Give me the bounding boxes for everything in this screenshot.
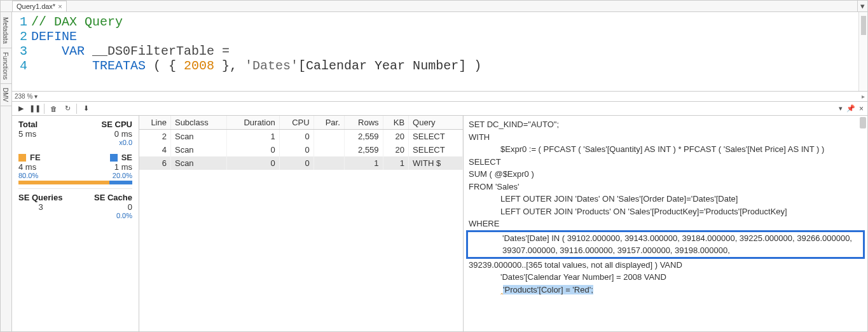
fe-value: 4 ms	[18, 162, 36, 172]
total-label: Total	[18, 120, 63, 129]
secpu-sub: x0.0	[88, 139, 132, 146]
sec-label: SE Cache	[88, 193, 132, 202]
table-row[interactable]: 2 Scan 1 0 2,559 20 SELECT	[139, 130, 463, 144]
secpu-value: 0 ms	[88, 129, 132, 139]
col-cpu[interactable]: CPU	[279, 116, 313, 130]
col-kb[interactable]: KB	[383, 116, 408, 130]
code-editor[interactable]: 1 2 3 4 // DAX Query DEFINE VAR __DS0Fil…	[12, 12, 867, 92]
sec-value: 0	[88, 202, 132, 212]
fe-se-bar	[18, 181, 132, 184]
total-value: 5 ms	[18, 129, 63, 139]
scroll-thumb[interactable]	[860, 117, 866, 128]
detail-line: SELECT	[469, 156, 862, 169]
pause-button[interactable]: ❚❚	[30, 104, 40, 114]
detail-line: 39239.000000..[365 total values, not all…	[469, 259, 862, 272]
detail-line: SET DC_KIND="AUTO";	[469, 118, 862, 131]
se-value: 1 ms	[114, 162, 132, 172]
tab-label: Query1.dax*	[17, 3, 55, 10]
tab-bar: Query1.dax* × ▾	[1, 1, 867, 12]
seq-label: SE Queries	[18, 193, 63, 202]
pin-icon[interactable]: 📌	[846, 104, 855, 113]
detail-line: 'Dates'[Calendar Year Number] = 2008 VAN…	[469, 271, 862, 284]
refresh-button[interactable]: ↻	[62, 104, 72, 114]
zoom-bar: 238 % ▾ ▸	[12, 92, 867, 102]
play-button[interactable]: ▶	[16, 104, 26, 114]
secpu-label: SE CPU	[88, 120, 132, 129]
col-line[interactable]: Line	[139, 116, 170, 130]
code-area[interactable]: // DAX Query DEFINE VAR __DS0FilterTable…	[31, 12, 858, 91]
table-header: Line Subclass Duration CPU Par. Rows KB …	[139, 116, 463, 130]
scan-table: Line Subclass Duration CPU Par. Rows KB …	[139, 116, 464, 331]
side-tabs: Metadata Functions DMV	[1, 12, 12, 331]
close-icon[interactable]: ×	[58, 3, 62, 10]
detail-line: FROM 'Sales'	[469, 181, 862, 193]
sidetab-functions[interactable]: Functions	[1, 48, 11, 84]
se-pct: 20.0%	[113, 172, 132, 179]
detail-line: LEFT OUTER JOIN 'Dates' ON 'Sales'[Order…	[469, 193, 862, 205]
download-button[interactable]: ⬇	[81, 104, 91, 114]
se-label: SE	[121, 153, 132, 162]
seq-value: 3	[18, 202, 63, 212]
fe-pct: 80.0%	[18, 172, 38, 179]
query-detail[interactable]: SET DC_KIND="AUTO"; WITH $Expr0 := ( PFC…	[464, 116, 867, 331]
detail-line: $Expr0 := ( PFCAST ( 'Sales'[Quantity] A…	[469, 143, 862, 156]
trash-button[interactable]: 🗑	[48, 104, 59, 114]
col-duration[interactable]: Duration	[226, 116, 279, 130]
detail-line: WITH	[469, 131, 862, 144]
highlighted-clause: 'Dates'[Date] IN ( 39102.000000, 39143.0…	[466, 230, 865, 259]
close-panel-icon[interactable]: ×	[859, 104, 864, 113]
chevron-down-icon[interactable]: ▾	[857, 1, 867, 11]
minimap[interactable]	[858, 12, 867, 91]
sec-sub: 0.0%	[88, 212, 132, 219]
detail-line: 'Dates'[Date] IN ( 39102.000000, 39143.0…	[471, 232, 860, 257]
tab-query1[interactable]: Query1.dax* ×	[12, 1, 67, 11]
detail-line: ‸'Products'[Color] = 'Red';	[469, 284, 862, 296]
table-row[interactable]: 4 Scan 0 0 2,559 20 SELECT	[139, 143, 463, 156]
fe-label: FE	[30, 153, 41, 162]
se-swatch	[110, 154, 118, 162]
detail-line: LEFT OUTER JOIN 'Products' ON 'Sales'[Pr…	[469, 205, 862, 218]
col-rows[interactable]: Rows	[344, 116, 383, 130]
sidetab-metadata[interactable]: Metadata	[1, 13, 11, 48]
zoom-chevron-icon[interactable]: ▾	[32, 93, 38, 100]
col-query[interactable]: Query	[409, 116, 463, 130]
col-subclass[interactable]: Subclass	[170, 116, 226, 130]
scroll-right-icon[interactable]: ▸	[862, 93, 867, 100]
zoom-value: 238 %	[15, 93, 32, 100]
timing-stats: Total 5 ms SE CPU 0 ms x0.0 FE SE 4 ms 1…	[12, 116, 139, 331]
line-gutter: 1 2 3 4	[12, 12, 31, 91]
col-par[interactable]: Par.	[313, 116, 344, 130]
window-dropdown-icon[interactable]: ▾	[839, 104, 843, 113]
table-row[interactable]: 6 Scan 0 0 1 1 WITH $	[139, 156, 463, 170]
detail-line: WHERE	[469, 218, 862, 230]
fe-swatch	[18, 154, 26, 162]
detail-line: SUM ( @$Expr0 )	[469, 168, 862, 181]
selected-text: 'Products'[Color] = 'Red';	[503, 285, 593, 294]
sidetab-dmv[interactable]: DMV	[1, 84, 11, 106]
results-toolbar: ▶ ❚❚ 🗑 ↻ ⬇ ▾ 📌 ×	[12, 102, 867, 116]
